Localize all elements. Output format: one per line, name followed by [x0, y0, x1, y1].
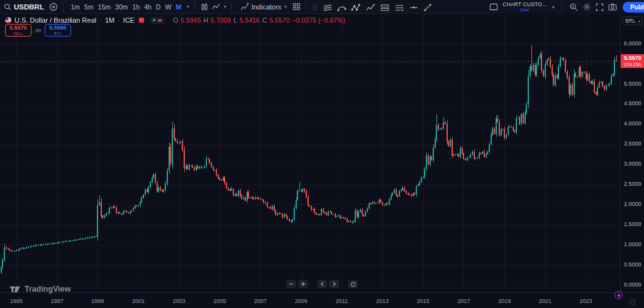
close-label: C — [262, 16, 267, 24]
legend-quick-actions[interactable] — [150, 17, 165, 24]
reset-chart-button[interactable] — [348, 280, 358, 288]
add-symbol-icon[interactable] — [49, 3, 58, 11]
last-price-label: 5.5570 27d 23h — [621, 54, 644, 68]
high-value: 5.7009 — [211, 16, 231, 24]
low-value: 5.5416 — [240, 16, 260, 24]
buy-button[interactable]: 5.5590 BUY — [45, 24, 71, 37]
price-tick: 2.0000 — [624, 201, 641, 207]
price-axis[interactable]: BRL ▾ 5.5570 27d 23h 6.00005.00004.50004… — [620, 14, 644, 292]
chevron-down-icon[interactable]: ▾ — [224, 4, 226, 9]
time-tick: 2019 — [495, 298, 514, 304]
chevron-down-icon[interactable]: ▾ — [187, 4, 189, 9]
legend-separator: · — [99, 16, 102, 24]
time-axis-settings-icon[interactable] — [630, 299, 635, 305]
layout-name: CHART CUSTO... — [502, 2, 547, 8]
time-tick: 2017 — [454, 298, 473, 304]
drawing-toolbar — [309, 1, 436, 13]
camera-icon[interactable] — [608, 3, 617, 11]
layout-select-button[interactable]: CHART CUSTO... Save — [502, 2, 547, 12]
symbol-search-button[interactable]: USDBRL — [14, 3, 44, 11]
zoom-in-button[interactable] — [298, 280, 308, 288]
layout-save-label[interactable]: Save — [520, 8, 530, 13]
curve-tool-icon[interactable] — [337, 3, 347, 12]
scroll-left-button[interactable] — [317, 280, 327, 288]
tradingview-chart-window: USDBRL 1m5m15m30m1h4hDWM ▾ ▾ Indicators … — [0, 0, 644, 308]
measure-tool-icon[interactable] — [409, 4, 419, 11]
gear-icon[interactable] — [582, 3, 591, 11]
scroll-right-button[interactable] — [329, 280, 339, 288]
quick-search-icon[interactable] — [569, 3, 578, 11]
down-color-dot — [158, 20, 162, 21]
toolbar-separator — [306, 3, 306, 11]
price-tick: 4.0000 — [624, 120, 641, 127]
publish-button[interactable]: Publish — [623, 2, 644, 13]
time-tick: 2003 — [170, 298, 189, 304]
price-tick: 4.5000 — [624, 100, 641, 106]
legend-separator: · — [118, 16, 120, 24]
timeframe-button-1m[interactable]: 1m — [69, 2, 82, 12]
candles-icon[interactable] — [200, 3, 209, 11]
timeframe-button-D[interactable]: D — [153, 2, 163, 12]
zoom-out-button[interactable] — [286, 280, 296, 288]
timeframe-button-5m[interactable]: 5m — [82, 2, 96, 12]
legend-title[interactable]: U.S. Dollar / Brazilian Real — [14, 16, 96, 24]
range-tool-icon[interactable] — [394, 3, 404, 12]
spread-value: 20 — [35, 28, 41, 33]
price-tick: 3.0000 — [624, 161, 641, 167]
position-tool-icon[interactable] — [380, 3, 390, 12]
timeframe-button-4h[interactable]: 4h — [142, 2, 154, 12]
trend-line-icon[interactable] — [423, 3, 432, 12]
price-tick: 3.5000 — [624, 140, 641, 147]
time-tick: 2013 — [373, 298, 392, 304]
chevron-down-icon: ▾ — [638, 19, 640, 23]
trend-lines-icon[interactable] — [323, 3, 333, 12]
open-label: O — [173, 16, 178, 24]
buy-label: BUY — [54, 32, 62, 36]
tradingview-logo-text: TradingView — [25, 285, 70, 294]
chart-legend[interactable]: U.S. Dollar / Brazilian Real · 1M · ICE … — [5, 16, 345, 24]
buy-price: 5.5590 — [49, 25, 67, 31]
market-status-icon[interactable] — [139, 18, 144, 23]
line-style-icon[interactable] — [211, 3, 221, 11]
currency-selector[interactable]: BRL ▾ — [623, 16, 643, 25]
fullscreen-icon[interactable] — [596, 3, 604, 11]
legend-timeframe: 1M — [105, 16, 114, 24]
chevron-down-icon[interactable]: ▾ — [552, 4, 555, 10]
layout-square-icon[interactable] — [489, 3, 498, 11]
toolbar-separator — [562, 3, 562, 11]
open-value: 5.5945 — [180, 16, 201, 24]
lightning-icon — [617, 293, 621, 298]
price-tick: 0.0000 — [624, 282, 641, 288]
price-tick: 1.5000 — [624, 221, 641, 227]
time-tick: 2001 — [129, 298, 148, 304]
timeframe-button-W[interactable]: W — [163, 2, 174, 12]
forecast-tool-icon[interactable] — [365, 3, 375, 12]
sell-button[interactable]: 5.5570 SELL — [5, 24, 31, 37]
currency-label: BRL — [625, 18, 636, 24]
timeframe-button-M[interactable]: M — [174, 2, 184, 12]
candlestick-canvas[interactable] — [0, 14, 620, 292]
legend-exchange: ICE — [123, 16, 135, 24]
timeframe-group: 1m5m15m30m1h4hDWM — [69, 2, 184, 12]
timeframe-button-1h[interactable]: 1h — [130, 2, 142, 12]
timeframe-button-15m[interactable]: 15m — [96, 2, 113, 12]
time-axis[interactable]: 1995199719992001200320052007200920112013… — [0, 292, 644, 308]
change-value: −0.0375 (−0.67%) — [292, 16, 345, 24]
templates-icon[interactable] — [292, 3, 301, 11]
timeframe-button-30m[interactable]: 30m — [113, 2, 130, 12]
toolbar-separator — [231, 3, 232, 11]
pattern-tool-icon[interactable] — [351, 3, 361, 12]
time-tick: 2009 — [292, 298, 311, 304]
drag-handle-icon[interactable] — [313, 4, 317, 10]
sell-label: SELL — [14, 32, 23, 36]
toolbar-separator — [63, 3, 64, 11]
time-tick: 1997 — [48, 298, 67, 304]
indicators-button[interactable]: Indicators ▾ — [237, 1, 291, 12]
us-flag-icon — [5, 17, 11, 23]
tradingview-logo[interactable]: TradingView — [10, 285, 70, 294]
low-label: L — [233, 16, 237, 24]
search-icon[interactable] — [4, 3, 11, 11]
promo-bubble[interactable] — [614, 291, 623, 299]
tradingview-logo-icon — [10, 285, 21, 294]
time-tick: 2021 — [536, 298, 555, 304]
